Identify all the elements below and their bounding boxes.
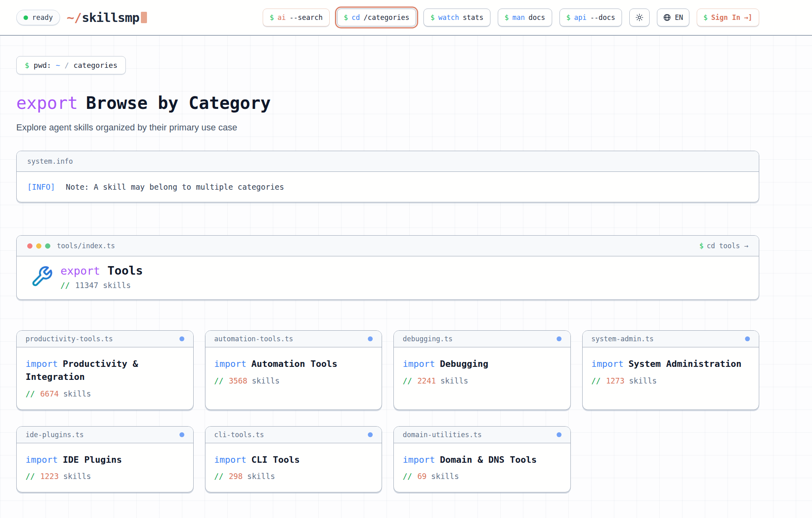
category-name: Debugging bbox=[440, 359, 488, 369]
count-suffix: skills bbox=[629, 376, 657, 385]
prompt-symbol: $ bbox=[25, 61, 29, 69]
count-number: 298 bbox=[229, 472, 242, 481]
argument-text: docs bbox=[529, 13, 545, 22]
category-card-automation[interactable]: automation-tools.ts importAutomation Too… bbox=[205, 330, 382, 410]
count-number: 1273 bbox=[606, 376, 624, 385]
count-number: 69 bbox=[417, 472, 427, 481]
category-count: //3568skills bbox=[214, 376, 373, 385]
category-card-body: importProductivity & Integration //6674s… bbox=[17, 347, 193, 410]
nav-categories-button[interactable]: $ cd /categories bbox=[337, 9, 416, 26]
prompt-symbol: $ bbox=[430, 13, 434, 22]
cd-tools-label: cd tools → bbox=[707, 242, 748, 250]
title-keyword: export bbox=[16, 93, 78, 113]
tools-card-title: exportTools bbox=[60, 264, 143, 278]
argument-text: stats bbox=[463, 13, 484, 22]
breadcrumb-home[interactable]: ~ bbox=[56, 61, 60, 69]
category-card-system-admin[interactable]: system-admin.ts importSystem Administrat… bbox=[582, 330, 760, 410]
category-card-header: ide-plugins.ts bbox=[17, 427, 193, 443]
sign-in-button[interactable]: $ Sign In →] bbox=[697, 9, 759, 26]
nav-api-docs-button[interactable]: $ api --docs bbox=[559, 9, 622, 26]
terminal-cursor-icon bbox=[141, 12, 147, 23]
category-card-header: debugging.ts bbox=[394, 331, 570, 347]
tools-card-header-left: tools/index.ts bbox=[27, 242, 115, 250]
comment-slashes: // bbox=[26, 389, 35, 398]
traffic-red-icon bbox=[27, 243, 32, 249]
blue-dot-icon bbox=[179, 336, 184, 341]
category-name: Domain & DNS Tools bbox=[440, 455, 536, 465]
cd-tools-link[interactable]: $cd tools → bbox=[699, 242, 748, 250]
tools-card-name: Tools bbox=[108, 264, 143, 277]
featured-tools-card[interactable]: tools/index.ts $cd tools → exportTools bbox=[16, 235, 759, 300]
category-filename: debugging.ts bbox=[403, 335, 453, 343]
category-count: //1273skills bbox=[592, 376, 750, 385]
language-label: EN bbox=[675, 13, 683, 22]
category-filename: automation-tools.ts bbox=[214, 335, 293, 343]
count-number: 3568 bbox=[229, 376, 247, 385]
count-suffix: skills bbox=[431, 472, 459, 481]
category-card-header: domain-utilities.ts bbox=[394, 427, 570, 443]
category-name: CLI Tools bbox=[251, 455, 300, 465]
info-message: Note: A skill may belong to multiple cat… bbox=[66, 182, 284, 191]
count-suffix: skills bbox=[441, 376, 469, 385]
category-title: importDebugging bbox=[403, 358, 561, 371]
prompt-symbol: $ bbox=[270, 13, 274, 22]
category-card-productivity[interactable]: productivity-tools.ts importProductivity… bbox=[16, 330, 194, 410]
nav-stats-button[interactable]: $ watch stats bbox=[423, 9, 490, 26]
tools-card-body: exportTools //11347 skills bbox=[17, 256, 759, 299]
category-card-ide-plugins[interactable]: ide-plugins.ts importIDE Plugins //1223s… bbox=[16, 426, 194, 493]
category-card-domain-utilities[interactable]: domain-utilities.ts importDomain & DNS T… bbox=[393, 426, 571, 493]
tools-card-text: exportTools //11347 skills bbox=[60, 264, 143, 290]
category-card-header: productivity-tools.ts bbox=[17, 331, 193, 347]
category-title: importIDE Plugins bbox=[26, 453, 184, 466]
category-name: IDE Plugins bbox=[63, 455, 122, 465]
comment-slashes: // bbox=[26, 472, 35, 481]
breadcrumb-separator: / bbox=[65, 61, 69, 69]
logo[interactable]: ~/ skillsmp bbox=[67, 10, 147, 25]
category-card-cli-tools[interactable]: cli-tools.ts importCLI Tools //298skills bbox=[205, 426, 382, 493]
info-tag: [INFO] bbox=[27, 182, 55, 191]
nav-docs-button[interactable]: $ man docs bbox=[498, 9, 552, 26]
keyword-import: import bbox=[214, 455, 246, 465]
tools-card-header: tools/index.ts $cd tools → bbox=[17, 236, 759, 256]
command-text: man bbox=[512, 13, 525, 22]
skills-count: 11347 skills bbox=[75, 281, 131, 290]
keyword-import: import bbox=[592, 359, 624, 369]
category-card-debugging[interactable]: debugging.ts importDebugging //2241skill… bbox=[393, 330, 571, 410]
status-badge: ready bbox=[16, 10, 60, 25]
comment-slashes: // bbox=[214, 376, 224, 385]
language-button[interactable]: EN bbox=[657, 9, 689, 26]
category-count: //298skills bbox=[214, 472, 373, 481]
count-suffix: skills bbox=[63, 472, 91, 481]
keyword-import: import bbox=[26, 455, 58, 465]
category-title: importAutomation Tools bbox=[214, 358, 373, 371]
keyword-import: import bbox=[403, 455, 435, 465]
globe-icon bbox=[663, 13, 671, 22]
category-grid: productivity-tools.ts importProductivity… bbox=[16, 330, 759, 517]
blue-dot-icon bbox=[557, 336, 561, 341]
breadcrumb-current: categories bbox=[73, 61, 117, 69]
category-card-body: importCLI Tools //298skills bbox=[205, 443, 382, 492]
comment-slashes: // bbox=[60, 281, 70, 290]
theme-toggle-button[interactable] bbox=[629, 9, 650, 26]
category-filename: ide-plugins.ts bbox=[26, 431, 84, 439]
breadcrumb[interactable]: $ pwd: ~ / categories bbox=[16, 56, 126, 74]
nav-ai-search-button[interactable]: $ ai --search bbox=[263, 9, 330, 26]
blue-dot-icon bbox=[745, 336, 750, 341]
prompt-symbol: $ bbox=[704, 13, 708, 22]
sun-icon bbox=[635, 13, 644, 22]
navbar: ready ~/ skillsmp $ ai --search $ cd /ca… bbox=[0, 0, 812, 36]
traffic-lights-icon bbox=[27, 243, 50, 249]
comment-slashes: // bbox=[403, 472, 412, 481]
category-card-body: importSystem Administration //1273skills bbox=[583, 347, 759, 397]
category-filename: system-admin.ts bbox=[592, 335, 654, 343]
comment-slashes: // bbox=[592, 376, 601, 385]
category-title: importCLI Tools bbox=[214, 453, 373, 466]
logo-name: skillsmp bbox=[82, 10, 139, 25]
info-panel-body: [INFO] Note: A skill may belong to multi… bbox=[17, 172, 759, 202]
category-card-body: importIDE Plugins //1223skills bbox=[17, 443, 193, 492]
breadcrumb-command: pwd: bbox=[34, 61, 51, 69]
prompt-symbol: $ bbox=[505, 13, 509, 22]
category-card-header: system-admin.ts bbox=[583, 331, 759, 347]
category-title: importProductivity & Integration bbox=[26, 358, 184, 384]
argument-text: --docs bbox=[590, 13, 615, 22]
